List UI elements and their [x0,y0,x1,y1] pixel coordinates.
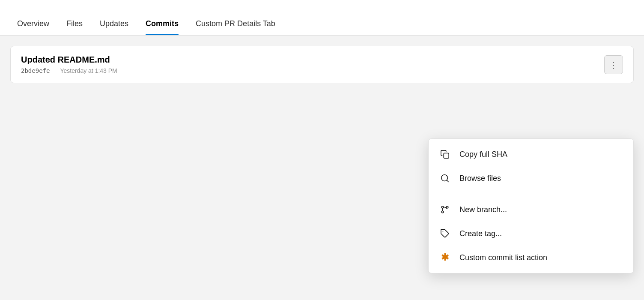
commit-sha: 2bde9efe [21,67,50,74]
menu-label-copy-sha: Copy full SHA [459,150,507,159]
commit-time: Yesterday at 1:43 PM [60,67,117,74]
tab-custom-pr[interactable]: Custom PR Details Tab [189,19,282,35]
svg-point-4 [446,206,448,208]
menu-item-custom-action[interactable]: ✱ Custom commit list action [429,246,633,270]
menu-label-custom-action: Custom commit list action [459,253,547,262]
tag-icon [439,228,451,240]
tab-commits[interactable]: Commits [139,19,185,35]
commit-meta: 2bde9efe Yesterday at 1:43 PM [21,67,117,74]
copy-icon [439,148,451,160]
main-content: Updated README.md 2bde9efe Yesterday at … [0,36,644,93]
svg-rect-0 [444,153,449,158]
tab-bar: Overview Files Updates Commits Custom PR… [0,0,644,36]
more-button[interactable]: ⋮ [604,55,623,74]
menu-label-new-branch: New branch... [459,205,507,214]
menu-divider [429,194,633,194]
branch-icon [439,204,451,216]
svg-line-2 [447,180,448,182]
tab-files[interactable]: Files [60,19,89,35]
commit-info: Updated README.md 2bde9efe Yesterday at … [21,55,117,74]
dropdown-menu: Copy full SHA Browse files [428,138,634,273]
menu-item-browse-files[interactable]: Browse files [429,166,633,190]
search-icon [439,172,451,184]
asterisk-icon: ✱ [439,252,451,264]
commit-title: Updated README.md [21,55,117,65]
more-icon: ⋮ [609,60,618,70]
menu-item-new-branch[interactable]: New branch... [429,198,633,222]
menu-item-create-tag[interactable]: Create tag... [429,222,633,246]
menu-label-browse-files: Browse files [459,174,501,183]
commit-card: Updated README.md 2bde9efe Yesterday at … [10,46,634,83]
tab-overview[interactable]: Overview [10,19,56,35]
menu-label-create-tag: Create tag... [459,229,502,238]
menu-item-copy-sha[interactable]: Copy full SHA [429,142,633,166]
tab-updates[interactable]: Updates [93,19,135,35]
